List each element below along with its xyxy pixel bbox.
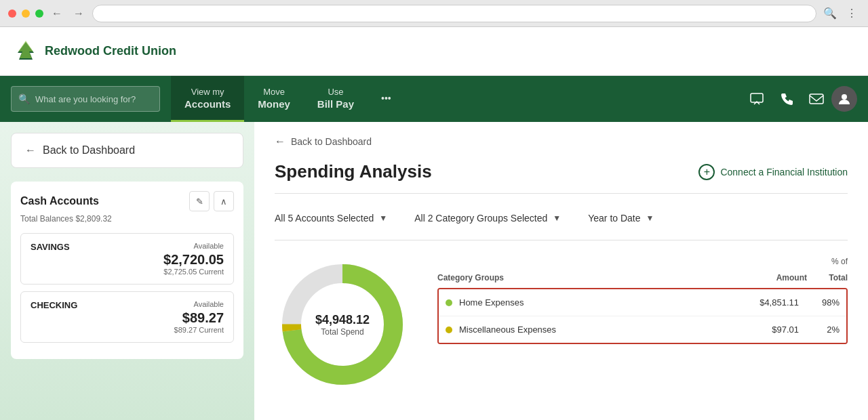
right-panel: ← Back to Dashboard Spending Analysis + … — [254, 122, 868, 420]
checking-available-label: Available — [194, 300, 224, 308]
accounts-filter-chevron-icon: ▼ — [379, 213, 387, 223]
pct-of-header: % of — [807, 257, 848, 266]
sidebar: ← Back to Dashboard Cash Accounts ✎ ∧ To… — [0, 122, 254, 420]
misc-expenses-name: Miscellaneous Expenses — [459, 324, 731, 335]
top-header: Redwood Credit Union — [0, 27, 868, 76]
table-row: Home Expenses $4,851.11 98% — [439, 289, 846, 316]
nav-item-money-top: Move — [263, 87, 285, 97]
address-bar — [92, 5, 816, 22]
phone-btn[interactable] — [772, 84, 802, 114]
categories-filter-label: All 2 Category Groups Selected — [414, 213, 547, 224]
filters-row: All 5 Accounts Selected ▼ All 2 Category… — [275, 207, 848, 240]
date-filter-dropdown[interactable]: Year to Date ▼ — [588, 207, 665, 229]
checking-balance: $89.27 — [31, 310, 224, 326]
logo-text: Redwood Credit Union — [45, 44, 176, 58]
categories-filter-dropdown[interactable]: All 2 Category Groups Selected ▼ — [414, 207, 572, 229]
svg-marker-1 — [18, 41, 33, 58]
savings-account-item[interactable]: SAVINGS Available $2,720.05 $2,725.05 Cu… — [20, 233, 234, 285]
accounts-actions: ✎ ∧ — [189, 191, 234, 211]
forward-nav-btn[interactable]: → — [71, 5, 87, 22]
back-nav-btn[interactable]: ← — [49, 5, 65, 22]
donut-label: Total Spend — [315, 327, 370, 337]
home-expenses-pct: 98% — [799, 297, 840, 308]
nav-item-billpay-top: Use — [328, 87, 343, 97]
nav-items: View my Accounts Move Money Use Bill Pay… — [171, 76, 456, 122]
checking-current: $89.27 Current — [31, 326, 224, 334]
misc-expenses-dot — [446, 327, 452, 333]
edit-accounts-btn[interactable]: ✎ — [189, 191, 210, 211]
home-expenses-name: Home Expenses — [459, 297, 731, 308]
maximize-btn[interactable] — [35, 9, 43, 18]
nav-item-money-bottom: Money — [258, 98, 290, 110]
col-amount-header: Amount — [739, 273, 807, 282]
user-avatar[interactable] — [831, 86, 857, 112]
misc-expenses-pct: 2% — [799, 324, 840, 335]
svg-point-4 — [842, 94, 847, 100]
nav-item-accounts-bottom: Accounts — [184, 98, 231, 110]
savings-account-name: SAVINGS — [31, 242, 70, 252]
accounts-filter-label: All 5 Accounts Selected — [275, 213, 374, 224]
logo-area: Redwood Credit Union — [14, 39, 176, 64]
donut-amount: $4,948.12 — [315, 313, 370, 327]
accounts-title: Cash Accounts — [20, 195, 99, 207]
pct-header-row: % of — [437, 257, 848, 268]
misc-expenses-amount: $97.01 — [731, 324, 799, 335]
nav-item-money[interactable]: Move Money — [244, 76, 304, 122]
date-filter-label: Year to Date — [588, 213, 640, 224]
nav-bar: 🔍 View my Accounts Move Money Use Bill P… — [0, 76, 868, 122]
chart-area: $4,948.12 Total Spend % of Category Grou… — [275, 257, 848, 392]
col-pct-header: Total — [807, 273, 848, 282]
breadcrumb-arrow-icon: ← — [275, 135, 285, 148]
spending-table: % of Category Groups Amount Total Home E… — [437, 257, 848, 344]
back-arrow-icon: ← — [25, 144, 36, 156]
mail-btn[interactable] — [802, 84, 831, 114]
browser-chrome: ← → 🔍 ⋮ — [0, 0, 868, 27]
connect-icon: + — [698, 164, 715, 180]
breadcrumb-label[interactable]: Back to Dashboard — [291, 136, 372, 147]
nav-item-billpay[interactable]: Use Bill Pay — [304, 76, 368, 122]
accounts-header: Cash Accounts ✎ ∧ — [20, 191, 234, 211]
chat-btn[interactable] — [742, 84, 772, 114]
table-row: Miscellaneous Expenses $97.01 2% — [439, 316, 846, 343]
search-input[interactable] — [35, 94, 153, 104]
search-browser-btn[interactable]: 🔍 — [822, 5, 838, 22]
connect-institution-btn[interactable]: + Connect a Financial Institution — [698, 164, 848, 180]
checking-account-item[interactable]: CHECKING Available $89.27 $89.27 Current — [20, 291, 234, 343]
nav-item-more[interactable]: ••• — [368, 76, 405, 122]
page-title: Spending Analysis — [275, 161, 432, 182]
home-expenses-dot — [446, 299, 452, 306]
search-icon: 🔍 — [18, 93, 30, 104]
nav-item-billpay-bottom: Bill Pay — [317, 98, 354, 110]
search-box[interactable]: 🔍 — [11, 86, 160, 112]
page-header: Spending Analysis + Connect a Financial … — [275, 161, 848, 194]
nav-item-accounts[interactable]: View my Accounts — [171, 76, 244, 122]
breadcrumb: ← Back to Dashboard — [275, 135, 848, 148]
minimize-btn[interactable] — [22, 9, 30, 18]
close-btn[interactable] — [8, 9, 16, 18]
savings-account-header: SAVINGS Available — [31, 242, 224, 252]
table-body: Home Expenses $4,851.11 98% Miscellaneou… — [437, 288, 848, 344]
menu-browser-btn[interactable]: ⋮ — [844, 5, 860, 22]
date-filter-chevron-icon: ▼ — [646, 213, 654, 223]
table-col-headers: Category Groups Amount Total — [437, 268, 848, 288]
col-category-header: Category Groups — [437, 273, 739, 282]
app: Redwood Credit Union 🔍 View my Accounts … — [0, 27, 868, 420]
collapse-accounts-btn[interactable]: ∧ — [214, 191, 234, 211]
logo-icon — [14, 39, 38, 64]
checking-account-header: CHECKING Available — [31, 300, 224, 310]
back-to-dashboard-btn[interactable]: ← Back to Dashboard — [11, 133, 243, 168]
main-content: ← Back to Dashboard Cash Accounts ✎ ∧ To… — [0, 122, 868, 420]
accounts-section: Cash Accounts ✎ ∧ Total Balances $2,809.… — [11, 182, 243, 359]
checking-account-name: CHECKING — [31, 300, 77, 310]
accounts-filter-dropdown[interactable]: All 5 Accounts Selected ▼ — [275, 207, 398, 229]
back-label: Back to Dashboard — [43, 144, 135, 156]
svg-rect-3 — [810, 94, 823, 104]
nav-item-accounts-top: View my — [191, 87, 224, 97]
total-balances: Total Balances $2,809.32 — [20, 214, 234, 224]
more-label: ••• — [381, 93, 391, 104]
savings-current: $2,725.05 Current — [31, 268, 224, 276]
home-expenses-amount: $4,851.11 — [731, 297, 799, 308]
savings-balance: $2,720.05 — [31, 252, 224, 268]
connect-btn-label: Connect a Financial Institution — [720, 167, 848, 177]
categories-filter-chevron-icon: ▼ — [553, 213, 561, 223]
